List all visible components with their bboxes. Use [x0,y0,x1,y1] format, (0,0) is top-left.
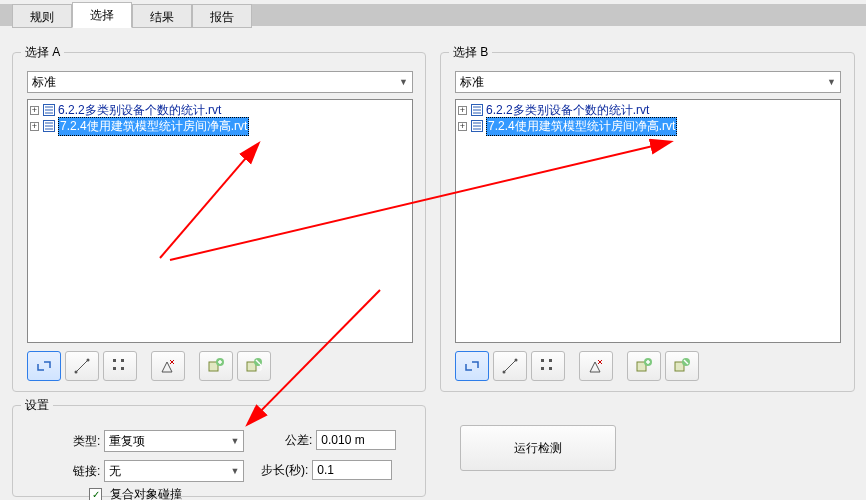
selection-b-panel: 选择 B 标准 ▼ + 6.2.2多类别设备个数的统计.rvt + 7.2.4使… [440,52,855,392]
tree-row[interactable]: + 7.2.4使用建筑模型统计房间净高.rvt [30,118,410,134]
expand-icon[interactable]: + [458,106,467,115]
selection-a-tree[interactable]: + 6.2.2多类别设备个数的统计.rvt + 7.2.4使用建筑模型统计房间净… [27,99,413,343]
tab-report[interactable]: 报告 [192,4,252,28]
file-icon [42,103,56,117]
expand-icon[interactable]: + [30,122,39,131]
step-label: 步长(秒): [261,462,308,479]
remove-group-button[interactable] [665,351,699,381]
step-field[interactable]: 0.1 [312,460,392,480]
add-group-button[interactable] [627,351,661,381]
selection-b-combo[interactable]: 标准 ▼ [455,71,841,93]
link-value: 无 [109,463,121,480]
tab-rules[interactable]: 规则 [12,4,72,28]
tolerance-field[interactable]: 0.010 m [316,430,396,450]
svg-line-19 [505,361,515,371]
svg-line-4 [77,361,87,371]
svg-rect-7 [113,367,116,370]
svg-rect-5 [113,359,116,362]
tolerance-label: 公差: [285,432,312,449]
tree-item-label: 7.2.4使用建筑模型统计房间净高.rvt [486,117,677,136]
run-area: 运行检测 [440,405,855,471]
selection-b-toolbar [455,351,840,381]
settings-panel: 设置 类型: 重复项 ▼ 公差: 0.010 m 链接: 无 ▼ 步长(秒): … [12,405,426,497]
select-points-button[interactable] [103,351,137,381]
type-combo[interactable]: 重复项 ▼ [104,430,244,452]
type-value: 重复项 [109,433,145,450]
remove-group-button[interactable] [237,351,271,381]
expand-icon[interactable]: + [30,106,39,115]
select-box-button[interactable] [455,351,489,381]
add-group-button[interactable] [199,351,233,381]
chevron-down-icon: ▼ [399,77,408,87]
svg-rect-22 [541,367,544,370]
select-box-button[interactable] [27,351,61,381]
selection-a-combo[interactable]: 标准 ▼ [27,71,413,93]
svg-rect-23 [549,367,552,370]
selection-b-tree[interactable]: + 6.2.2多类别设备个数的统计.rvt + 7.2.4使用建筑模型统计房间净… [455,99,841,343]
svg-rect-21 [549,359,552,362]
selection-a-combo-value: 标准 [32,74,56,91]
invert-button[interactable] [579,351,613,381]
compound-collision-checkbox[interactable]: ✓ [89,488,102,500]
chevron-down-icon: ▼ [827,77,836,87]
chevron-down-icon: ▼ [230,436,239,446]
selection-b-combo-value: 标准 [460,74,484,91]
svg-rect-20 [541,359,544,362]
svg-rect-8 [121,367,124,370]
selection-a-title: 选择 A [21,44,64,61]
link-combo[interactable]: 无 ▼ [104,460,244,482]
select-points-button[interactable] [531,351,565,381]
svg-rect-6 [121,359,124,362]
select-line-button[interactable] [493,351,527,381]
file-icon [470,119,484,133]
compound-collision-label: 复合对象碰撞 [110,486,182,500]
tree-row[interactable]: + 7.2.4使用建筑模型统计房间净高.rvt [458,118,838,134]
tab-results[interactable]: 结果 [132,4,192,28]
settings-title: 设置 [21,397,53,414]
type-label: 类型: [73,433,100,450]
expand-icon[interactable]: + [458,122,467,131]
run-detection-button[interactable]: 运行检测 [460,425,616,471]
file-icon [42,119,56,133]
invert-button[interactable] [151,351,185,381]
selection-a-panel: 选择 A 标准 ▼ + 6.2.2多类别设备个数的统计.rvt + 7.2.4使… [12,52,426,392]
chevron-down-icon: ▼ [230,466,239,476]
tab-select[interactable]: 选择 [72,2,132,28]
selection-a-toolbar [27,351,411,381]
selection-b-title: 选择 B [449,44,492,61]
file-icon [470,103,484,117]
tab-bar: 规则 选择 结果 报告 [0,0,866,30]
select-line-button[interactable] [65,351,99,381]
link-label: 链接: [73,463,100,480]
tree-item-label: 7.2.4使用建筑模型统计房间净高.rvt [58,117,249,136]
